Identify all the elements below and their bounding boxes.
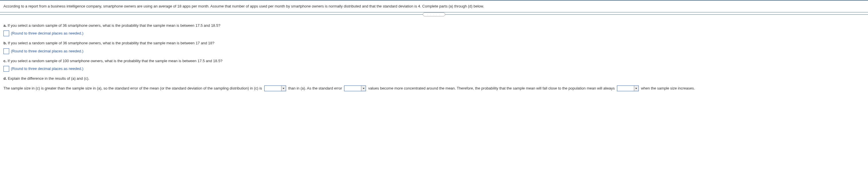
svg-marker-2 — [636, 88, 637, 89]
part-c-text: If you select a random sample of 100 sma… — [7, 59, 223, 63]
part-b-text: If you select a random sample of 36 smar… — [7, 41, 215, 45]
part-a-hint: (Round to three decimal places as needed… — [11, 30, 83, 36]
dropdown-caret-icon — [634, 86, 639, 91]
svg-marker-1 — [363, 88, 365, 89]
part-d-label: d. — [3, 76, 7, 81]
part-d-seg3: values become more concentrated around t… — [368, 86, 616, 91]
content-area: a. If you select a random sample of 36 s… — [0, 17, 868, 98]
part-a-answer-input[interactable] — [3, 30, 9, 36]
part-d-select-1[interactable] — [264, 85, 286, 91]
part-d-seg2: than in (a). As the standard error — [288, 86, 343, 91]
dropdown-caret-icon — [281, 86, 286, 91]
part-c-hint: (Round to three decimal places as needed… — [11, 66, 83, 72]
part-d-select-3[interactable] — [617, 85, 639, 91]
part-a-answer-row: (Round to three decimal places as needed… — [3, 30, 865, 36]
part-a-label: a. — [3, 23, 7, 28]
part-a-question: a. If you select a random sample of 36 s… — [3, 23, 865, 28]
problem-header: According to a report from a business in… — [0, 0, 868, 12]
part-d-explanation: The sample size in (c) is greater than t… — [3, 84, 865, 93]
part-b-answer-input[interactable] — [3, 48, 9, 54]
part-d-seg1: The sample size in (c) is greater than t… — [3, 86, 263, 91]
part-b-label: b. — [3, 41, 7, 45]
part-d-seg4: when the sample size increases. — [641, 86, 695, 91]
dropdown-caret-icon — [361, 86, 366, 91]
part-c-answer-input[interactable] — [3, 66, 9, 72]
part-c-label: c. — [3, 59, 7, 63]
part-c-question: c. If you select a random sample of 100 … — [3, 58, 865, 64]
part-c-answer-row: (Round to three decimal places as needed… — [3, 66, 865, 72]
part-b-hint: (Round to three decimal places as needed… — [11, 48, 83, 54]
part-d-select-2[interactable] — [344, 85, 366, 91]
part-d-text: Explain the difference in the results of… — [7, 76, 89, 81]
part-d-question: d. Explain the difference in the results… — [3, 76, 865, 81]
section-divider: . . . . . — [0, 12, 868, 17]
part-b-answer-row: (Round to three decimal places as needed… — [3, 48, 865, 54]
problem-statement-text: According to a report from a business in… — [3, 4, 484, 8]
svg-marker-0 — [283, 88, 284, 89]
divider-dots: . . . . . — [427, 13, 441, 16]
expand-collapse-pill[interactable]: . . . . . — [423, 12, 445, 17]
part-b-question: b. If you select a random sample of 36 s… — [3, 40, 865, 46]
part-a-text: If you select a random sample of 36 smar… — [7, 23, 220, 28]
